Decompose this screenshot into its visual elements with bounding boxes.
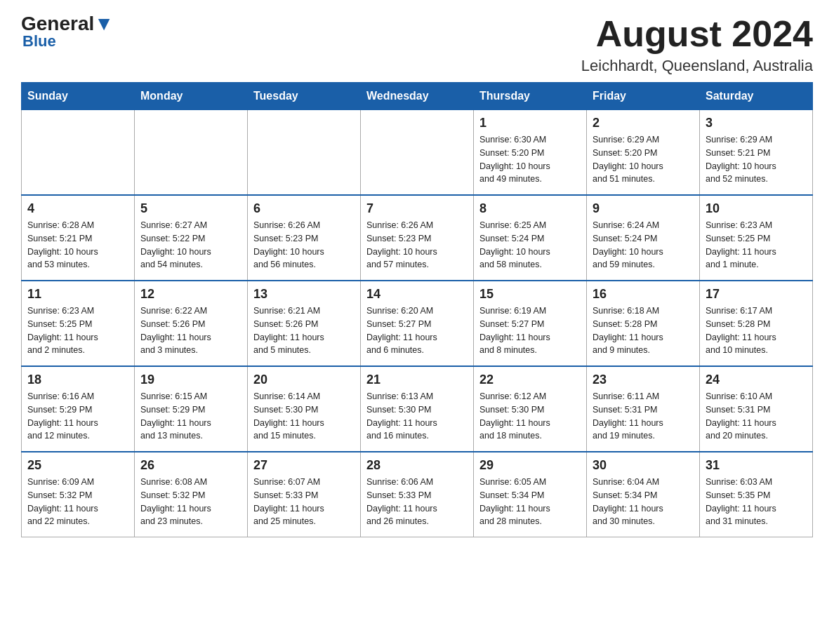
- table-row: 21Sunrise: 6:13 AMSunset: 5:30 PMDayligh…: [361, 366, 474, 452]
- table-row: 9Sunrise: 6:24 AMSunset: 5:24 PMDaylight…: [587, 195, 700, 281]
- day-number: 5: [140, 201, 241, 216]
- day-info: Sunrise: 6:25 AMSunset: 5:24 PMDaylight:…: [479, 219, 581, 271]
- day-info: Sunrise: 6:17 AMSunset: 5:28 PMDaylight:…: [706, 304, 807, 357]
- table-row: [22, 110, 135, 196]
- day-info: Sunrise: 6:07 AMSunset: 5:33 PMDaylight:…: [253, 476, 355, 528]
- calendar-week-row: 1Sunrise: 6:30 AMSunset: 5:20 PMDaylight…: [22, 110, 813, 196]
- day-info: Sunrise: 6:27 AMSunset: 5:22 PMDaylight:…: [140, 219, 241, 271]
- logo-text: General▼: [21, 14, 114, 34]
- day-info: Sunrise: 6:20 AMSunset: 5:27 PMDaylight:…: [366, 304, 468, 357]
- table-row: 31Sunrise: 6:03 AMSunset: 5:35 PMDayligh…: [700, 452, 813, 537]
- day-info: Sunrise: 6:16 AMSunset: 5:29 PMDaylight:…: [27, 390, 128, 443]
- day-number: 11: [27, 287, 128, 302]
- calendar-week-row: 11Sunrise: 6:23 AMSunset: 5:25 PMDayligh…: [22, 281, 813, 366]
- table-row: 23Sunrise: 6:11 AMSunset: 5:31 PMDayligh…: [587, 366, 700, 452]
- table-row: 29Sunrise: 6:05 AMSunset: 5:34 PMDayligh…: [474, 452, 587, 537]
- day-info: Sunrise: 6:24 AMSunset: 5:24 PMDaylight:…: [593, 219, 694, 271]
- calendar-week-row: 18Sunrise: 6:16 AMSunset: 5:29 PMDayligh…: [22, 366, 813, 452]
- day-info: Sunrise: 6:22 AMSunset: 5:26 PMDaylight:…: [140, 304, 241, 357]
- table-row: 28Sunrise: 6:06 AMSunset: 5:33 PMDayligh…: [361, 452, 474, 537]
- day-info: Sunrise: 6:03 AMSunset: 5:35 PMDaylight:…: [706, 476, 807, 528]
- table-row: 17Sunrise: 6:17 AMSunset: 5:28 PMDayligh…: [700, 281, 813, 366]
- location-title: Leichhardt, Queensland, Australia: [581, 57, 813, 75]
- table-row: 26Sunrise: 6:08 AMSunset: 5:32 PMDayligh…: [135, 452, 248, 537]
- day-number: 20: [253, 373, 355, 387]
- day-number: 21: [366, 373, 468, 387]
- col-friday: Friday: [587, 83, 700, 110]
- day-number: 19: [140, 373, 241, 387]
- table-row: 8Sunrise: 6:25 AMSunset: 5:24 PMDaylight…: [474, 195, 587, 281]
- day-number: 26: [140, 458, 241, 473]
- table-row: [248, 110, 361, 196]
- table-row: 16Sunrise: 6:18 AMSunset: 5:28 PMDayligh…: [587, 281, 700, 366]
- day-number: 24: [706, 373, 807, 387]
- logo: General▼ Blue: [21, 14, 114, 51]
- day-number: 18: [27, 373, 128, 387]
- table-row: 6Sunrise: 6:26 AMSunset: 5:23 PMDaylight…: [248, 195, 361, 281]
- day-number: 2: [593, 116, 694, 130]
- table-row: 3Sunrise: 6:29 AMSunset: 5:21 PMDaylight…: [700, 110, 813, 196]
- day-number: 6: [253, 201, 355, 216]
- month-title: August 2024: [581, 14, 813, 54]
- day-info: Sunrise: 6:18 AMSunset: 5:28 PMDaylight:…: [593, 304, 694, 357]
- table-row: 11Sunrise: 6:23 AMSunset: 5:25 PMDayligh…: [22, 281, 135, 366]
- table-row: 30Sunrise: 6:04 AMSunset: 5:34 PMDayligh…: [587, 452, 700, 537]
- logo-blue-label: Blue: [22, 32, 56, 51]
- table-row: 4Sunrise: 6:28 AMSunset: 5:21 PMDaylight…: [22, 195, 135, 281]
- day-number: 9: [593, 201, 694, 216]
- table-row: 19Sunrise: 6:15 AMSunset: 5:29 PMDayligh…: [135, 366, 248, 452]
- day-number: 13: [253, 287, 355, 302]
- table-row: 27Sunrise: 6:07 AMSunset: 5:33 PMDayligh…: [248, 452, 361, 537]
- logo-triangle-icon: ▼: [94, 13, 114, 34]
- day-number: 29: [479, 458, 581, 473]
- day-number: 1: [479, 116, 581, 130]
- table-row: 5Sunrise: 6:27 AMSunset: 5:22 PMDaylight…: [135, 195, 248, 281]
- day-number: 17: [706, 287, 807, 302]
- table-row: 13Sunrise: 6:21 AMSunset: 5:26 PMDayligh…: [248, 281, 361, 366]
- day-number: 7: [366, 201, 468, 216]
- title-block: August 2024 Leichhardt, Queensland, Aust…: [581, 14, 813, 75]
- day-number: 22: [479, 373, 581, 387]
- calendar-table: Sunday Monday Tuesday Wednesday Thursday…: [21, 82, 813, 537]
- day-info: Sunrise: 6:19 AMSunset: 5:27 PMDaylight:…: [479, 304, 581, 357]
- table-row: 15Sunrise: 6:19 AMSunset: 5:27 PMDayligh…: [474, 281, 587, 366]
- table-row: 14Sunrise: 6:20 AMSunset: 5:27 PMDayligh…: [361, 281, 474, 366]
- day-number: 16: [593, 287, 694, 302]
- day-number: 23: [593, 373, 694, 387]
- day-info: Sunrise: 6:26 AMSunset: 5:23 PMDaylight:…: [366, 219, 468, 271]
- day-info: Sunrise: 6:29 AMSunset: 5:21 PMDaylight:…: [706, 133, 807, 186]
- table-row: 2Sunrise: 6:29 AMSunset: 5:20 PMDaylight…: [587, 110, 700, 196]
- day-info: Sunrise: 6:11 AMSunset: 5:31 PMDaylight:…: [593, 390, 694, 443]
- col-thursday: Thursday: [474, 83, 587, 110]
- col-saturday: Saturday: [700, 83, 813, 110]
- day-info: Sunrise: 6:21 AMSunset: 5:26 PMDaylight:…: [253, 304, 355, 357]
- calendar-header-row: Sunday Monday Tuesday Wednesday Thursday…: [22, 83, 813, 110]
- day-number: 31: [706, 458, 807, 473]
- day-info: Sunrise: 6:13 AMSunset: 5:30 PMDaylight:…: [366, 390, 468, 443]
- page-header: General▼ Blue August 2024 Leichhardt, Qu…: [21, 14, 813, 75]
- day-info: Sunrise: 6:10 AMSunset: 5:31 PMDaylight:…: [706, 390, 807, 443]
- day-number: 30: [593, 458, 694, 473]
- table-row: 7Sunrise: 6:26 AMSunset: 5:23 PMDaylight…: [361, 195, 474, 281]
- col-monday: Monday: [135, 83, 248, 110]
- day-number: 25: [27, 458, 128, 473]
- day-info: Sunrise: 6:29 AMSunset: 5:20 PMDaylight:…: [593, 133, 694, 186]
- day-number: 27: [253, 458, 355, 473]
- day-info: Sunrise: 6:14 AMSunset: 5:30 PMDaylight:…: [253, 390, 355, 443]
- day-number: 12: [140, 287, 241, 302]
- day-info: Sunrise: 6:15 AMSunset: 5:29 PMDaylight:…: [140, 390, 241, 443]
- day-info: Sunrise: 6:26 AMSunset: 5:23 PMDaylight:…: [253, 219, 355, 271]
- day-info: Sunrise: 6:04 AMSunset: 5:34 PMDaylight:…: [593, 476, 694, 528]
- day-info: Sunrise: 6:12 AMSunset: 5:30 PMDaylight:…: [479, 390, 581, 443]
- col-wednesday: Wednesday: [361, 83, 474, 110]
- day-info: Sunrise: 6:09 AMSunset: 5:32 PMDaylight:…: [27, 476, 128, 528]
- day-info: Sunrise: 6:30 AMSunset: 5:20 PMDaylight:…: [479, 133, 581, 186]
- calendar-week-row: 4Sunrise: 6:28 AMSunset: 5:21 PMDaylight…: [22, 195, 813, 281]
- day-info: Sunrise: 6:28 AMSunset: 5:21 PMDaylight:…: [27, 219, 128, 271]
- table-row: 12Sunrise: 6:22 AMSunset: 5:26 PMDayligh…: [135, 281, 248, 366]
- table-row: 20Sunrise: 6:14 AMSunset: 5:30 PMDayligh…: [248, 366, 361, 452]
- day-info: Sunrise: 6:08 AMSunset: 5:32 PMDaylight:…: [140, 476, 241, 528]
- day-number: 28: [366, 458, 468, 473]
- day-info: Sunrise: 6:06 AMSunset: 5:33 PMDaylight:…: [366, 476, 468, 528]
- day-number: 8: [479, 201, 581, 216]
